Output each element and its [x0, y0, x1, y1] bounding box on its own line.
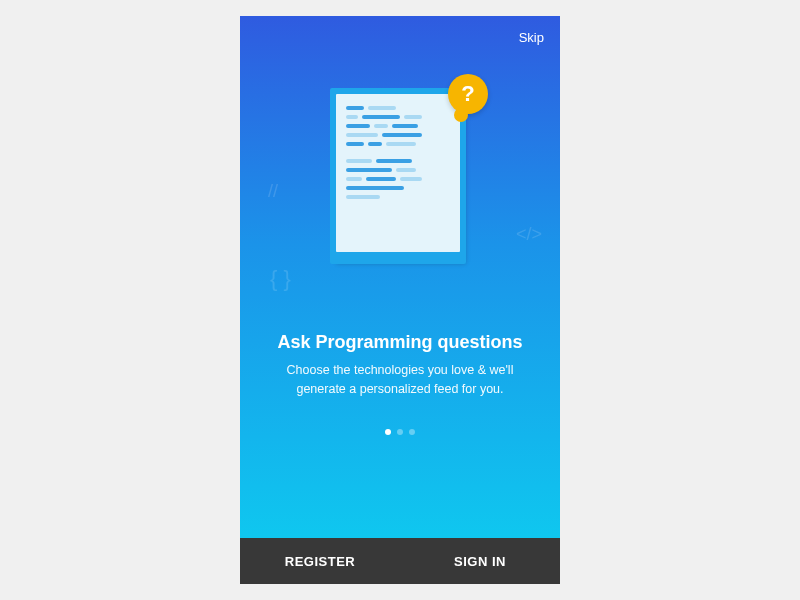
- page-dot[interactable]: [397, 429, 403, 435]
- onboarding-illustration: ?: [240, 88, 560, 268]
- onboarding-title: Ask Programming questions: [268, 332, 532, 353]
- page-indicator: [240, 429, 560, 435]
- skip-button[interactable]: Skip: [519, 30, 544, 45]
- signin-button[interactable]: SIGN IN: [400, 538, 560, 584]
- bg-deco-braces-icon: { }: [270, 266, 291, 292]
- onboarding-screen: Skip 0 1 1 0 </> { } // ?: [240, 16, 560, 584]
- question-mark-icon: ?: [461, 81, 474, 107]
- register-button[interactable]: REGISTER: [240, 538, 400, 584]
- footer-bar: REGISTER SIGN IN: [240, 538, 560, 584]
- onboarding-subtitle: Choose the technologies you love & we'll…: [268, 361, 532, 399]
- page-dot[interactable]: [409, 429, 415, 435]
- document-icon: ?: [330, 88, 470, 268]
- question-bubble-icon: ?: [448, 74, 488, 114]
- onboarding-text: Ask Programming questions Choose the tec…: [240, 332, 560, 399]
- page-dot[interactable]: [385, 429, 391, 435]
